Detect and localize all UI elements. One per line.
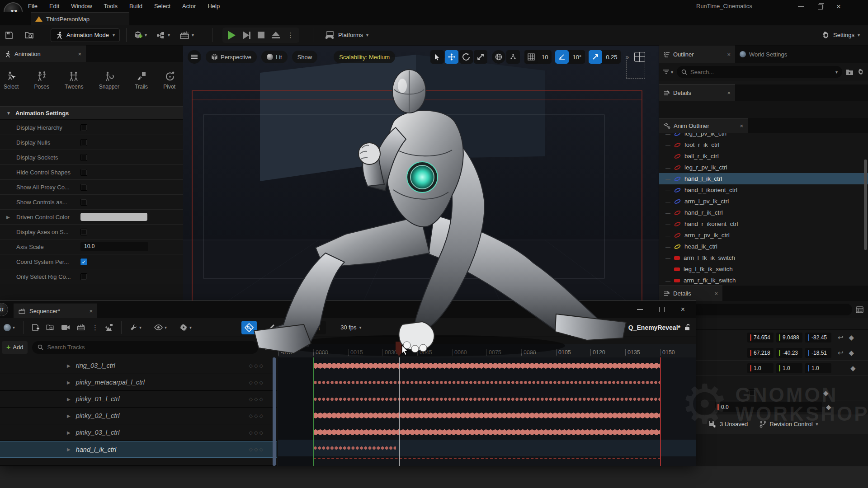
tab-details-lower[interactable]: Details ×: [659, 286, 722, 301]
cinematics-button[interactable]: ▾: [179, 31, 194, 40]
sequencer-settings-button[interactable]: ▾: [130, 324, 142, 331]
settings-button[interactable]: Settings▾: [822, 31, 860, 39]
world-coord-button[interactable]: [492, 50, 505, 64]
close-icon[interactable]: ×: [740, 122, 743, 129]
save-icon[interactable]: [5, 31, 14, 40]
menu-select[interactable]: Select: [154, 3, 170, 9]
keyframes-pinky-02[interactable]: [313, 412, 660, 419]
move-tool-button[interactable]: [445, 50, 458, 64]
unsaved-button[interactable]: 3 Unsaved: [709, 421, 748, 428]
scale-z-field[interactable]: 1.0: [805, 363, 831, 373]
keyframe-diamond-icon[interactable]: ◆: [823, 389, 829, 397]
sequencer-minimize-button[interactable]: [637, 309, 643, 310]
add-track-button[interactable]: +Add: [2, 341, 28, 354]
display-options-icon[interactable]: [856, 306, 863, 313]
sequence-browse-world-button[interactable]: ▾: [4, 324, 15, 331]
tab-outliner[interactable]: Outliner ×: [659, 46, 735, 63]
track-row[interactable]: [0, 458, 277, 466]
list-item[interactable]: —leg_l_fk_ik_switch: [659, 263, 868, 275]
play-button[interactable]: [228, 31, 236, 40]
reset-icon[interactable]: ↩: [838, 333, 844, 342]
minimize-button[interactable]: [798, 6, 804, 7]
tab-anim-outliner[interactable]: Anim Outliner ×: [659, 118, 748, 133]
list-item-selected[interactable]: —hand_l_ik_ctrl: [659, 173, 868, 184]
revision-control-button[interactable]: Revision Control▾: [760, 421, 818, 428]
menu-build[interactable]: Build: [129, 3, 142, 9]
tool-trails[interactable]: Trails: [135, 71, 148, 90]
close-icon[interactable]: ×: [78, 51, 81, 57]
filter-button[interactable]: ▾: [663, 69, 673, 75]
rotation-y-field[interactable]: -40.23: [776, 348, 802, 358]
create-sequence-icon[interactable]: [32, 324, 39, 331]
viewport-options-button[interactable]: [188, 50, 201, 64]
add-actor-button[interactable]: ▾: [133, 30, 147, 40]
sequencer-close-button[interactable]: ×: [681, 305, 685, 314]
show-controls-as-checkbox[interactable]: [80, 199, 87, 206]
coord-system-checkbox[interactable]: ✓: [80, 258, 87, 265]
display-axes-checkbox[interactable]: [80, 229, 87, 235]
tab-animation[interactable]: Animation ×: [0, 46, 86, 62]
eject-button[interactable]: [272, 32, 280, 38]
list-item[interactable]: —ball_r_ik_ctrl: [659, 150, 868, 162]
close-icon[interactable]: ×: [714, 290, 718, 297]
perspective-button[interactable]: Perspective: [206, 51, 257, 63]
scale-tool-button[interactable]: [474, 50, 487, 64]
blueprints-button[interactable]: ▾: [156, 31, 170, 39]
location-y-field[interactable]: 9.0488: [776, 333, 802, 343]
new-folder-icon[interactable]: [846, 69, 854, 75]
menu-file[interactable]: File: [28, 3, 38, 9]
hierarchy-icon[interactable]: [105, 324, 113, 331]
close-button[interactable]: ×: [836, 2, 841, 11]
fps-selector[interactable]: 30 fps▾: [340, 324, 361, 331]
driven-control-color-swatch[interactable]: [80, 213, 147, 221]
scale-x-field[interactable]: 1.0: [747, 363, 774, 373]
outliner-search-input[interactable]: Search... ▾: [677, 66, 842, 78]
chevron-down-icon[interactable]: ▾: [835, 70, 838, 75]
list-item[interactable]: —arm_r_pv_ik_ctrl: [659, 230, 868, 241]
rotation-x-field[interactable]: 67.218: [747, 348, 774, 358]
tool-select[interactable]: Select: [4, 71, 19, 90]
display-hierarchy-checkbox[interactable]: [80, 124, 87, 131]
keyframe-diamond-icon[interactable]: ◆: [849, 333, 854, 342]
viewport[interactable]: [183, 46, 659, 300]
timeline-area[interactable]: [278, 357, 696, 466]
grid-snap-button[interactable]: 10: [524, 50, 552, 64]
rotate-tool-button[interactable]: [459, 50, 473, 64]
overflow-menu-icon[interactable]: ⋮: [92, 324, 99, 332]
scale-snap-button[interactable]: 0.25: [589, 50, 621, 64]
list-item[interactable]: —arm_r_fk_ik_switch: [659, 275, 868, 286]
list-item[interactable]: —leg_r_pv_ik_ctrl: [659, 162, 868, 173]
reset-icon[interactable]: ↩: [838, 349, 844, 357]
expand-arrow-icon[interactable]: ▶: [6, 215, 16, 220]
tab-map[interactable]: ThirdPersonMap: [31, 12, 129, 25]
lock-icon[interactable]: [684, 324, 690, 331]
platforms-button[interactable]: Platforms▾: [324, 31, 368, 40]
show-button[interactable]: Show: [292, 51, 318, 63]
keyframes-pinky-01[interactable]: [313, 397, 660, 401]
keyframe-diamond-icon[interactable]: ◆: [849, 349, 854, 357]
track-row[interactable]: ▶ring_03_l_ctrl◇ ◇ ◇: [0, 357, 277, 374]
sequence-name[interactable]: Q_EnemyReveal*: [628, 324, 680, 331]
display-nulls-checkbox[interactable]: [80, 139, 87, 146]
rotation-z-field[interactable]: -18.51: [805, 348, 831, 358]
list-item[interactable]: —hand_l_ikorient_ctrl: [659, 184, 868, 196]
close-icon[interactable]: ×: [727, 89, 731, 96]
tool-pivot[interactable]: Pivot: [163, 71, 175, 90]
keyframes-pinky-metacarpal[interactable]: [313, 380, 660, 385]
menu-edit[interactable]: Edit: [49, 3, 59, 9]
keyframe-diamond-icon[interactable]: ◆: [826, 403, 831, 411]
track-row[interactable]: ▶pinky_03_l_ctrl◇ ◇ ◇: [0, 424, 277, 441]
menu-help[interactable]: Help: [208, 3, 220, 9]
browse-content-icon[interactable]: [24, 31, 34, 40]
list-item[interactable]: —hand_r_ik_ctrl: [659, 207, 868, 218]
render-movie-icon[interactable]: [76, 324, 85, 331]
scrollbar[interactable]: [864, 160, 867, 250]
scale-y-field[interactable]: 1.0: [776, 363, 802, 373]
playback-options-button[interactable]: ▾: [179, 324, 192, 331]
keyframes-pinky-03[interactable]: [313, 429, 660, 436]
snap-button[interactable]: [296, 321, 312, 334]
location-z-field[interactable]: -82.45: [805, 333, 831, 343]
timeline-ruler[interactable]: -015 0000 0015 0030 0045 0060 0075 0090 …: [278, 344, 696, 357]
outliner-settings-icon[interactable]: [857, 68, 864, 75]
close-icon[interactable]: ×: [89, 308, 93, 314]
